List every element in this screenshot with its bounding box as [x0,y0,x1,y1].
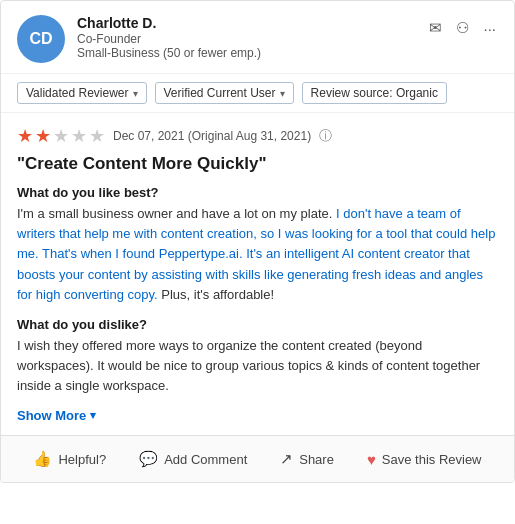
star-rating: ★ ★ ★ ★ ★ [17,125,105,147]
section1-text: I'm a small business owner and have a lo… [17,204,498,305]
review-card: CD Charlotte D. Co-Founder Small-Busines… [0,0,515,483]
save-review-button[interactable]: ♥ Save this Review [361,447,488,472]
review-date: Dec 07, 2021 (Original Aug 31, 2021) [113,129,311,143]
star-2: ★ [35,125,51,147]
thumbs-up-icon: 👍 [33,450,52,468]
star-1: ★ [17,125,33,147]
badge-review-source[interactable]: Review source: Organic [302,82,447,104]
reviewer-company: Small-Business (50 or fewer emp.) [77,46,261,60]
badge-label: Review source: Organic [311,86,438,100]
badge-validated-reviewer[interactable]: Validated Reviewer ▾ [17,82,147,104]
save-label: Save this Review [382,452,482,467]
review-body: ★ ★ ★ ★ ★ Dec 07, 2021 (Original Aug 31,… [1,113,514,435]
avatar: CD [17,15,65,63]
star-5: ★ [89,125,105,147]
highlighted-text: I don't have a team of writers that help… [17,206,495,302]
chevron-down-icon: ▾ [280,88,285,99]
badges-row: Validated Reviewer ▾ Verified Current Us… [1,74,514,113]
share-button[interactable]: ↗ Share [274,446,340,472]
rating-row: ★ ★ ★ ★ ★ Dec 07, 2021 (Original Aug 31,… [17,125,498,147]
section2-text: I wish they offered more ways to organiz… [17,336,498,396]
badge-verified-current-user[interactable]: Verified Current User ▾ [155,82,294,104]
section1-label: What do you like best? [17,185,498,200]
chevron-down-icon: ▾ [133,88,138,99]
section2-label: What do you dislike? [17,317,498,332]
reviewer-info: CD Charlotte D. Co-Founder Small-Busines… [17,15,261,63]
reviewer-title: Co-Founder [77,32,261,46]
reviewer-details: Charlotte D. Co-Founder Small-Business (… [77,15,261,60]
email-icon[interactable]: ✉ [427,17,444,39]
add-comment-button[interactable]: 💬 Add Comment [133,446,253,472]
more-icon[interactable]: ··· [481,18,498,39]
header-actions: ✉ ⚇ ··· [427,17,498,39]
comment-icon: 💬 [139,450,158,468]
review-title: "Create Content More Quickly" [17,153,498,175]
star-4: ★ [71,125,87,147]
add-comment-label: Add Comment [164,452,247,467]
star-3: ★ [53,125,69,147]
share-icon: ↗ [280,450,293,468]
link-icon[interactable]: ⚇ [454,17,471,39]
helpful-label: Helpful? [58,452,106,467]
review-header: CD Charlotte D. Co-Founder Small-Busines… [1,1,514,74]
share-label: Share [299,452,334,467]
reviewer-name: Charlotte D. [77,15,261,31]
show-more-label: Show More [17,408,86,423]
chevron-down-icon: ▾ [90,409,96,422]
helpful-button[interactable]: 👍 Helpful? [27,446,112,472]
review-footer: 👍 Helpful? 💬 Add Comment ↗ Share ♥ Save … [1,435,514,482]
help-icon[interactable]: ⓘ [319,127,332,145]
badge-label: Validated Reviewer [26,86,129,100]
show-more-button[interactable]: Show More ▾ [17,408,498,423]
heart-icon: ♥ [367,451,376,468]
badge-label: Verified Current User [164,86,276,100]
